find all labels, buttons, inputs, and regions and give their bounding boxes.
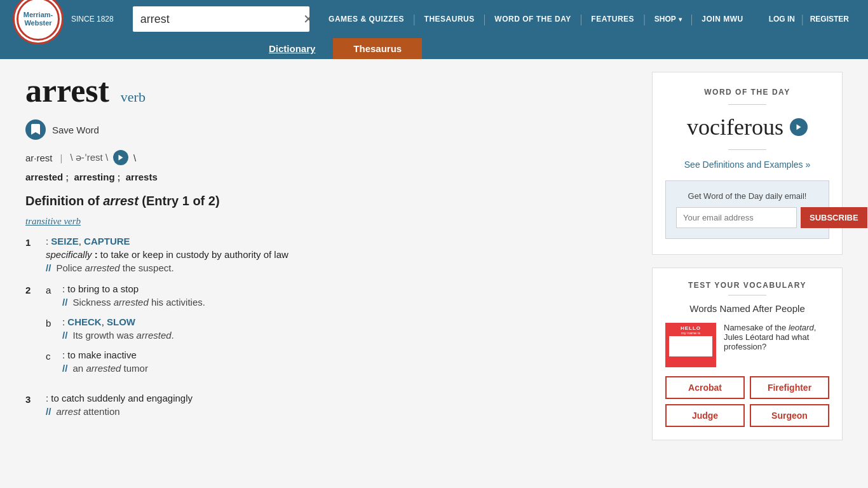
save-word-area: Save Word: [25, 119, 627, 140]
nav-games[interactable]: GAMES & QUIZZES: [320, 15, 413, 24]
answer-firefighter[interactable]: Firefighter: [750, 376, 829, 399]
hello-text: HELLO: [681, 325, 701, 331]
def-word-em: arrest: [103, 194, 139, 208]
word-title-area: arrest verb: [25, 72, 627, 109]
double-slash-1: //: [46, 262, 51, 273]
email-input[interactable]: [676, 207, 797, 228]
def-1-specifically: specifically : to take or keep in custod…: [46, 249, 627, 260]
chevron-down-icon: ▾: [679, 16, 682, 23]
definition-2: 2 a : to bring to a stop // Sickness arr…: [25, 283, 627, 383]
nav-shop[interactable]: SHOP ▾: [646, 15, 691, 24]
since-text: SINCE 1828: [71, 15, 114, 24]
wotd-link[interactable]: See Definitions and Examples »: [684, 159, 810, 170]
double-slash-3: //: [46, 406, 51, 417]
wotd-divider: [728, 104, 766, 105]
vocab-title: Words Named After People: [665, 303, 829, 314]
bookmark-icon: [31, 124, 40, 135]
wotd-audio-icon: [795, 123, 803, 131]
email-signup: Get Word of the Day daily email! SUBSCRI…: [665, 180, 829, 239]
pronunciation-ipa: \ ə-ˈrest \: [70, 152, 108, 163]
nav-thesaurus[interactable]: THESAURUS: [416, 15, 484, 24]
inflection-3: arrests: [126, 172, 158, 182]
wotd-divider-2: [728, 149, 766, 150]
arrest-em-3: arrest: [57, 406, 81, 417]
def-link-capture[interactable]: CAPTURE: [84, 236, 130, 247]
shop-label: SHOP: [654, 15, 676, 24]
sidebar: WORD OF THE DAY vociferous See Definitio…: [652, 72, 843, 440]
svg-marker-3: [796, 125, 801, 130]
svg-marker-2: [119, 155, 123, 161]
def-2b-text: : CHECK, SLOW: [62, 316, 627, 327]
def-3-text: : to catch suddenly and engagingly: [46, 393, 627, 403]
tab-dictionary[interactable]: Dictionary: [251, 38, 333, 59]
logo-area: Merriam-Webster SINCE 1828: [13, 0, 114, 44]
def-2c: c : to make inactive // an arrested tumo…: [46, 349, 627, 374]
def-letter-c: c: [46, 351, 56, 374]
tab-thesaurus[interactable]: Thesaurus: [333, 38, 422, 59]
def-letter-b: b: [46, 318, 56, 341]
def-2a-example: // Sickness arrested his activities.: [62, 297, 627, 308]
def-2c-example: // an arrested tumor: [62, 363, 627, 374]
vocab-header: TEST YOUR VOCABULARY: [665, 281, 829, 290]
login-link[interactable]: LOG IN: [763, 15, 801, 24]
def-link-check[interactable]: CHECK: [67, 316, 101, 327]
def-2b: b : CHECK, SLOW // Its growth was arrest…: [46, 316, 627, 341]
pronunciation-sep: |: [60, 152, 63, 163]
definition-3: 3 : to catch suddenly and engagingly // …: [25, 393, 627, 417]
pos-label[interactable]: transitive verb: [25, 216, 627, 227]
def-1-example: // Police arrested the suspect.: [46, 262, 627, 273]
main-nav: GAMES & QUIZZES | THESAURUS | WORD OF TH…: [320, 13, 752, 26]
vocab-divider: [728, 295, 766, 295]
def-2a-text: : to bring to a stop: [62, 283, 627, 294]
word-title: arrest: [25, 72, 109, 109]
clear-search-button[interactable]: ✕: [295, 11, 309, 27]
audio-button[interactable]: [113, 150, 128, 165]
double-slash-2a: //: [62, 297, 67, 308]
def-num-3: 3: [25, 394, 38, 417]
def-3-example: // arrest attention: [46, 406, 627, 417]
save-word-button[interactable]: [25, 119, 46, 140]
specifically-colon: :: [95, 249, 98, 260]
pronunciation: ar·rest | \ ə-ˈrest \ \: [25, 150, 627, 165]
def-link-slow[interactable]: SLOW: [107, 316, 135, 327]
wotd-card: WORD OF THE DAY vociferous See Definitio…: [652, 72, 843, 255]
wotd-label: WORD OF THE DAY: [665, 88, 829, 97]
name-tag-white: [669, 336, 712, 356]
nav-join[interactable]: JOIN MWU: [693, 15, 752, 24]
def-2a-body: : to bring to a stop // Sickness arreste…: [62, 283, 627, 308]
header: Merriam-Webster SINCE 1828 ✕ GAMES & QUI…: [0, 0, 868, 38]
wotd-link-arrow: »: [805, 159, 810, 170]
logo-circle: Merriam-Webster: [13, 0, 64, 44]
pronunciation-close: \: [133, 152, 136, 163]
save-word-label: Save Word: [52, 125, 99, 135]
nav-wotd[interactable]: WORD OF THE DAY: [485, 15, 580, 24]
def-2-subdefs: a : to bring to a stop // Sickness arres…: [46, 283, 627, 383]
def-num-2: 2: [25, 285, 38, 383]
definition-1: 1 : SEIZE, CAPTURE specifically : to tak…: [25, 236, 627, 273]
specifically-label: specifically: [46, 249, 92, 260]
arrested-em-2b: arrested: [137, 330, 172, 341]
def-link-seize[interactable]: SEIZE: [51, 236, 78, 247]
wotd-link-text: See Definitions and Examples: [684, 159, 803, 170]
answer-surgeon[interactable]: Surgeon: [750, 404, 829, 427]
entry-content: arrest verb Save Word ar·rest | \ ə-ˈres…: [25, 72, 627, 440]
answer-acrobat[interactable]: Acrobat: [665, 376, 745, 399]
email-label: Get Word of the Day daily email!: [676, 191, 818, 201]
wotd-word: vociferous: [687, 114, 783, 140]
def-num-1: 1: [25, 237, 38, 273]
vocab-word-em: leotard: [789, 323, 814, 332]
def-2a: a : to bring to a stop // Sickness arres…: [46, 283, 627, 308]
logo-text: Merriam-Webster: [24, 11, 53, 27]
def-2c-body: : to make inactive // an arrested tumor: [62, 349, 627, 374]
double-slash-2c: //: [62, 363, 67, 374]
answer-judge[interactable]: Judge: [665, 404, 745, 427]
infl-sep-1: ;: [65, 172, 69, 182]
inflection-1: arrested: [25, 172, 63, 182]
wotd-audio-button[interactable]: [790, 118, 808, 136]
word-pos: verb: [121, 89, 146, 105]
subscribe-button[interactable]: SUBSCRIBE: [801, 207, 867, 228]
nav-features[interactable]: FEATURES: [582, 15, 643, 24]
wotd-word-row: vociferous: [665, 114, 829, 140]
register-link[interactable]: REGISTER: [804, 15, 855, 24]
search-input[interactable]: [133, 13, 295, 26]
